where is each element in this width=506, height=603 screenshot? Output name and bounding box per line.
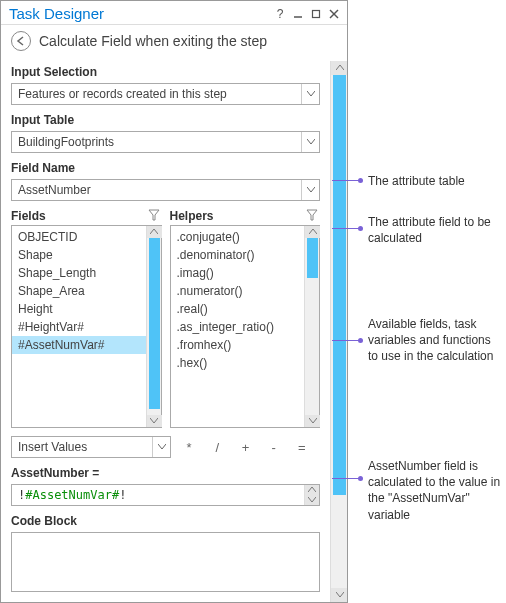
list-item[interactable]: .numerator(): [171, 282, 305, 300]
list-item[interactable]: Height: [12, 300, 146, 318]
helpers-scrollbar[interactable]: [304, 226, 319, 427]
scroll-thumb[interactable]: [307, 238, 318, 278]
input-table-label: Input Table: [11, 113, 320, 127]
close-icon[interactable]: [327, 7, 341, 21]
list-item[interactable]: #AssetNumVar#: [12, 336, 146, 354]
list-item[interactable]: .denominator(): [171, 246, 305, 264]
svg-rect-1: [313, 10, 320, 17]
field-name-label: Field Name: [11, 161, 320, 175]
field-name-value: AssetNumber: [12, 183, 301, 197]
fields-list[interactable]: OBJECTIDShapeShape_LengthShape_AreaHeigh…: [12, 226, 146, 427]
field-name-combo[interactable]: AssetNumber: [11, 179, 320, 201]
chevron-down-icon: [301, 180, 319, 200]
operator-button[interactable]: *: [181, 440, 197, 455]
annotation-text: The attribute table: [368, 173, 465, 189]
filter-icon[interactable]: [306, 209, 320, 223]
back-button[interactable]: [11, 31, 31, 51]
chevron-down-icon: [301, 84, 319, 104]
expression-input[interactable]: !#AssetNumVar#!: [11, 484, 320, 506]
scroll-down-icon[interactable]: [305, 495, 319, 505]
list-item[interactable]: Shape_Length: [12, 264, 146, 282]
list-item[interactable]: Shape_Area: [12, 282, 146, 300]
chevron-down-icon: [301, 132, 319, 152]
scroll-up-icon[interactable]: [305, 226, 320, 238]
annotation-line: [332, 478, 362, 479]
window-title: Task Designer: [9, 5, 104, 22]
annotation-line: [332, 340, 362, 341]
scroll-thumb[interactable]: [333, 75, 346, 495]
chevron-down-icon: [152, 437, 170, 457]
minimize-icon[interactable]: [291, 7, 305, 21]
filter-icon[interactable]: [148, 209, 162, 223]
code-block-label: Code Block: [11, 514, 320, 528]
list-item[interactable]: .fromhex(): [171, 336, 305, 354]
titlebar: Task Designer ?: [1, 1, 347, 25]
main-scrollbar[interactable]: [330, 61, 347, 602]
operator-row: */+-=: [171, 440, 320, 455]
help-icon[interactable]: ?: [273, 7, 287, 21]
list-item[interactable]: .real(): [171, 300, 305, 318]
scroll-down-icon[interactable]: [147, 415, 162, 427]
task-designer-panel: Task Designer ? Calculate Field when exi…: [0, 0, 348, 603]
list-item[interactable]: .conjugate(): [171, 228, 305, 246]
input-table-value: BuildingFootprints: [12, 135, 301, 149]
list-item[interactable]: OBJECTID: [12, 228, 146, 246]
operator-button[interactable]: +: [237, 440, 253, 455]
annotation-line: [332, 228, 362, 229]
annotation-text: The attribute field to be calculated: [368, 214, 498, 246]
expression-scroll[interactable]: [304, 485, 319, 505]
list-item[interactable]: .imag(): [171, 264, 305, 282]
input-selection-value: Features or records created in this step: [12, 87, 301, 101]
code-block-input[interactable]: [11, 532, 320, 592]
expression-text: !#AssetNumVar#!: [12, 485, 304, 505]
input-selection-label: Input Selection: [11, 65, 320, 79]
scroll-down-icon[interactable]: [331, 588, 347, 602]
operator-button[interactable]: -: [266, 440, 282, 455]
list-item[interactable]: .hex(): [171, 354, 305, 372]
annotation-text: AssetNumber field is calculated to the v…: [368, 458, 503, 523]
expression-label: AssetNumber =: [11, 466, 320, 480]
input-table-combo[interactable]: BuildingFootprints: [11, 131, 320, 153]
insert-values-combo[interactable]: Insert Values: [11, 436, 171, 458]
scroll-up-icon[interactable]: [147, 226, 162, 238]
fields-scrollbar[interactable]: [146, 226, 161, 427]
scroll-up-icon[interactable]: [305, 485, 319, 495]
list-item[interactable]: #HeightVar#: [12, 318, 146, 336]
helpers-list[interactable]: .conjugate().denominator().imag().numera…: [171, 226, 305, 427]
scroll-up-icon[interactable]: [331, 61, 347, 75]
annotation-line: [332, 180, 362, 181]
helpers-col-label: Helpers: [170, 209, 214, 223]
input-selection-combo[interactable]: Features or records created in this step: [11, 83, 320, 105]
page-subtitle: Calculate Field when exiting the step: [39, 33, 267, 49]
scroll-down-icon[interactable]: [305, 415, 320, 427]
operator-button[interactable]: /: [209, 440, 225, 455]
list-item[interactable]: Shape: [12, 246, 146, 264]
annotation-text: Available fields, task variables and fun…: [368, 316, 503, 365]
maximize-icon[interactable]: [309, 7, 323, 21]
scroll-thumb[interactable]: [149, 238, 160, 409]
fields-col-label: Fields: [11, 209, 46, 223]
list-item[interactable]: .as_integer_ratio(): [171, 318, 305, 336]
insert-values-text: Insert Values: [12, 440, 152, 454]
operator-button[interactable]: =: [294, 440, 310, 455]
